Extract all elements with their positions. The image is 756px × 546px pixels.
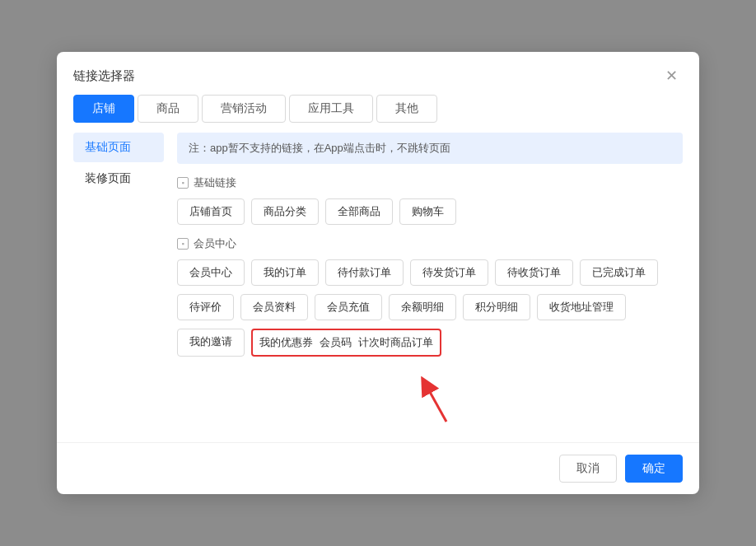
- tag-pending-review[interactable]: 待评价: [177, 294, 234, 320]
- tag-row-member-1: 会员中心 我的订单 待付款订单 待发货订单 待收货订单 已完成订单: [177, 259, 683, 286]
- dialog-header: 链接选择器 ✕: [57, 52, 699, 95]
- notice-bar: 注：app暂不支持的链接，在App端点击时，不跳转页面: [177, 133, 683, 164]
- tag-all-products[interactable]: 全部商品: [325, 198, 393, 225]
- tag-pending-receive[interactable]: 待收货订单: [495, 259, 573, 286]
- tag-row-member-3: 我的邀请 我的优惠券 会员码 计次时商品订单: [177, 329, 683, 357]
- close-button[interactable]: ✕: [660, 67, 683, 85]
- tag-cart[interactable]: 购物车: [399, 198, 456, 225]
- tag-product-category[interactable]: 商品分类: [251, 198, 319, 225]
- arrow-area: [177, 368, 683, 426]
- tag-member-center[interactable]: 会员中心: [177, 259, 245, 286]
- tag-member-recharge[interactable]: 会员充值: [315, 294, 382, 320]
- tag-member-code[interactable]: 会员码: [320, 335, 352, 350]
- section-member: ▪ 会员中心 会员中心 我的订单 待付款订单 待发货订单 待收货订单 已完成订单: [177, 236, 683, 357]
- tag-timed-orders[interactable]: 计次时商品订单: [358, 335, 433, 350]
- tag-pending-payment[interactable]: 待付款订单: [325, 259, 404, 286]
- content-area: 注：app暂不支持的链接，在App端点击时，不跳转页面 ▪ 基础链接 店铺首页 …: [164, 133, 683, 426]
- sidebar: 基础页面 装修页面: [73, 133, 164, 426]
- dialog-title: 链接选择器: [73, 68, 135, 84]
- dialog-footer: 取消 确定: [57, 442, 699, 494]
- section-title-basic: ▪ 基础链接: [177, 175, 683, 190]
- sidebar-item-basic[interactable]: 基础页面: [73, 133, 164, 162]
- tab-store[interactable]: 店铺: [73, 95, 134, 123]
- tag-balance-detail[interactable]: 余额明细: [389, 294, 456, 320]
- cancel-button[interactable]: 取消: [559, 455, 617, 483]
- tab-tools[interactable]: 应用工具: [289, 95, 373, 123]
- sidebar-item-decor[interactable]: 装修页面: [73, 164, 164, 194]
- section-icon-member: ▪: [177, 238, 189, 250]
- section-title-member: ▪ 会员中心: [177, 236, 683, 251]
- highlighted-group: 我的优惠券 会员码 计次时商品订单: [251, 329, 441, 357]
- section-icon-basic: ▪: [177, 177, 189, 189]
- tab-bar: 店铺 商品 营销活动 应用工具 其他: [57, 95, 699, 123]
- tag-my-coupon[interactable]: 我的优惠券: [259, 335, 313, 350]
- tag-completed-orders[interactable]: 已完成订单: [580, 259, 658, 286]
- confirm-button[interactable]: 确定: [625, 455, 683, 483]
- dialog-overlay: 链接选择器 ✕ 店铺 商品 营销活动 应用工具 其他 基础页面 装修页面 注：a…: [0, 0, 756, 546]
- tab-product[interactable]: 商品: [138, 95, 198, 123]
- section-basic-links: ▪ 基础链接 店铺首页 商品分类 全部商品 购物车: [177, 175, 683, 225]
- tag-store-home[interactable]: 店铺首页: [177, 198, 245, 225]
- dialog-body: 基础页面 装修页面 注：app暂不支持的链接，在App端点击时，不跳转页面 ▪ …: [57, 133, 699, 442]
- tag-my-invite[interactable]: 我的邀请: [177, 329, 245, 357]
- tag-row-basic: 店铺首页 商品分类 全部商品 购物车: [177, 198, 683, 225]
- tab-marketing[interactable]: 营销活动: [202, 95, 286, 123]
- dialog: 链接选择器 ✕ 店铺 商品 营销活动 应用工具 其他 基础页面 装修页面 注：a…: [57, 52, 699, 494]
- section-label-basic: 基础链接: [194, 175, 236, 190]
- tag-pending-ship[interactable]: 待发货订单: [410, 259, 488, 286]
- svg-line-1: [426, 385, 446, 422]
- tab-other[interactable]: 其他: [376, 95, 437, 123]
- tag-my-orders[interactable]: 我的订单: [251, 259, 319, 286]
- tag-points-detail[interactable]: 积分明细: [463, 294, 530, 320]
- section-label-member: 会员中心: [194, 236, 236, 251]
- tag-address-manage[interactable]: 收货地址管理: [537, 294, 626, 320]
- annotation-arrow: [397, 376, 463, 426]
- tag-row-member-2: 待评价 会员资料 会员充值 余额明细 积分明细 收货地址管理: [177, 294, 683, 320]
- tag-member-info[interactable]: 会员资料: [240, 294, 308, 320]
